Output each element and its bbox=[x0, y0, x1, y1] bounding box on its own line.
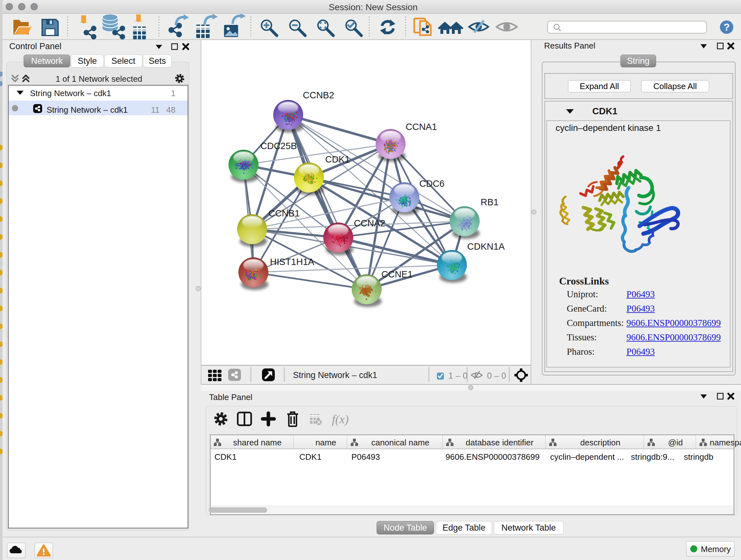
svg-text:CDK1: CDK1 bbox=[325, 154, 350, 165]
svg-text:CCNE1: CCNE1 bbox=[381, 269, 413, 279]
svg-text:HIST1H1A: HIST1H1A bbox=[270, 257, 314, 267]
svg-text:CDKN1A: CDKN1A bbox=[467, 241, 505, 252]
svg-text:CDC25B: CDC25B bbox=[260, 141, 297, 151]
svg-text:f(x): f(x) bbox=[332, 413, 349, 426]
svg-text:CDC6: CDC6 bbox=[419, 179, 445, 189]
svg-text:?: ? bbox=[724, 21, 730, 33]
svg-text:CCNB1: CCNB1 bbox=[268, 208, 300, 219]
svg-text:RB1: RB1 bbox=[481, 197, 498, 207]
svg-text:CCNB2: CCNB2 bbox=[303, 90, 334, 100]
svg-text:CCNA1: CCNA1 bbox=[406, 122, 437, 132]
svg-text:CCNA2: CCNA2 bbox=[354, 218, 385, 228]
